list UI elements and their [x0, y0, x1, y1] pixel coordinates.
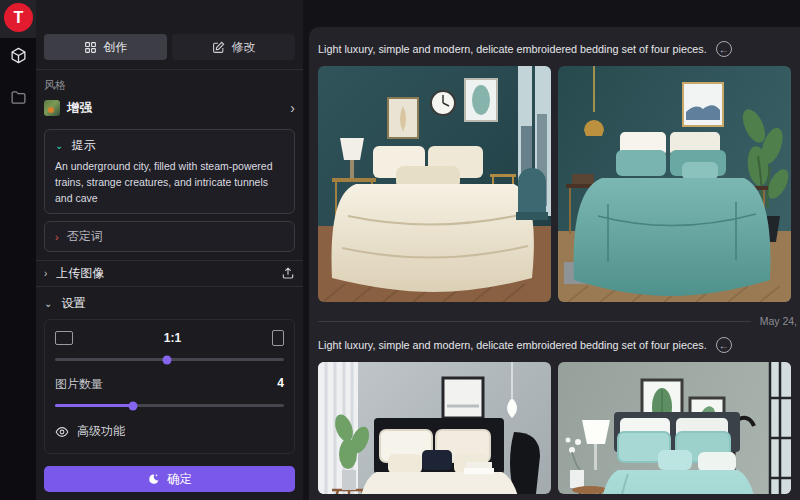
grid-icon [84, 41, 97, 54]
generated-image-3[interactable] [318, 362, 551, 494]
negative-box[interactable]: › 否定词 [44, 221, 295, 252]
generated-image-2[interactable] [558, 66, 791, 302]
upload-image-row[interactable]: › 上传图像 [44, 262, 295, 284]
settings-label: 设置 [61, 295, 85, 312]
upload-icon[interactable] [281, 266, 295, 280]
chevron-right-icon: › [290, 101, 295, 115]
date-label: May 24, [760, 315, 797, 327]
eye-icon [55, 425, 69, 439]
results-feed: Light luxury, simple and modern, delicat… [309, 27, 800, 500]
tab-modify-label: 修改 [232, 39, 256, 56]
ratio-slider[interactable] [55, 358, 284, 361]
style-thumbnail [44, 100, 60, 116]
advanced-features-label: 高级功能 [77, 423, 125, 440]
chevron-right-icon: › [44, 268, 47, 279]
chevron-down-icon[interactable]: ⌄ [55, 140, 63, 151]
ratio-value: 1:1 [73, 331, 272, 345]
edit-icon [212, 41, 225, 54]
tab-create-label: 创作 [104, 39, 128, 56]
result-prompt-text: Light luxury, simple and modern, delicat… [318, 43, 707, 55]
reuse-prompt-icon[interactable]: ← [716, 337, 732, 353]
generation-group: Light luxury, simple and modern, delicat… [318, 40, 793, 302]
prompt-input-text[interactable]: An underground city, filled with steam-p… [55, 159, 284, 206]
divider [36, 69, 303, 70]
app-logo[interactable]: T [4, 3, 33, 32]
tab-create[interactable]: 创作 [44, 34, 167, 60]
magic-moon-icon [147, 473, 160, 486]
image-count-label: 图片数量 [55, 376, 103, 393]
settings-header[interactable]: ⌄ 设置 [44, 295, 295, 312]
landscape-ratio-icon[interactable] [55, 331, 73, 345]
divider [36, 286, 303, 287]
date-divider: May 24, [318, 314, 793, 328]
count-slider-thumb[interactable] [128, 401, 137, 410]
icon-rail: T [0, 0, 36, 500]
ratio-slider-thumb[interactable] [163, 355, 172, 364]
mode-tabs: 创作 修改 [44, 34, 295, 60]
generation-group: Light luxury, simple and modern, delicat… [318, 336, 793, 494]
image-count-value: 4 [103, 376, 284, 393]
upload-label: 上传图像 [56, 265, 272, 282]
negative-label: 否定词 [67, 228, 103, 245]
style-value: 增强 [67, 100, 290, 117]
model-cube-icon[interactable] [10, 47, 27, 64]
chevron-right-icon[interactable]: › [55, 231, 59, 243]
tab-modify[interactable]: 修改 [172, 34, 295, 60]
slider-fill [55, 404, 133, 407]
settings-box: 1:1 图片数量 4 高级功能 [44, 319, 295, 454]
prompt-label: 提示 [71, 137, 95, 154]
confirm-label: 确定 [167, 471, 192, 488]
style-section-label: 风格 [44, 78, 295, 93]
divider [36, 260, 303, 261]
chevron-down-icon: ⌄ [44, 298, 52, 309]
result-prompt-text: Light luxury, simple and modern, delicat… [318, 339, 707, 351]
reuse-prompt-icon[interactable]: ← [716, 41, 732, 57]
image-count-slider[interactable] [55, 404, 284, 407]
portrait-ratio-icon[interactable] [272, 330, 284, 346]
generated-image-1[interactable] [318, 66, 551, 302]
divider-line [318, 321, 751, 322]
confirm-button[interactable]: 确定 [44, 466, 295, 492]
advanced-features-row[interactable]: 高级功能 [55, 423, 284, 440]
folder-icon[interactable] [10, 89, 27, 106]
style-selector[interactable]: 增强 › [44, 98, 295, 118]
generated-image-4[interactable] [558, 362, 791, 494]
prompt-box[interactable]: ⌄ 提示 An underground city, filled with st… [44, 129, 295, 214]
generation-panel: 创作 修改 风格 增强 › ⌄ 提示 An underground city, … [36, 0, 303, 500]
